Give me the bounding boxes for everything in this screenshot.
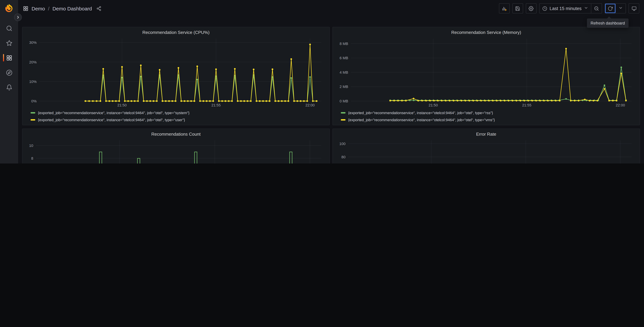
chevron-right-icon [16,16,20,19]
monitor-icon [632,6,636,11]
dashboard-grid: Recommendation Service (CPU%) 21:5021:55… [18,17,644,164]
star-icon [6,40,12,46]
panel-title[interactable]: Error Rate [336,131,636,138]
breadcrumb-separator: / [48,6,49,11]
refresh-tooltip: Refresh dashboard [587,18,628,28]
svg-text:6 MB: 6 MB [340,56,348,60]
clock-icon [542,6,547,11]
add-panel-button[interactable] [499,3,510,14]
bell-icon [6,84,12,90]
top-nav: Demo / Demo Dashboard [18,0,644,17]
svg-text:8: 8 [31,156,33,160]
breadcrumb: Demo / Demo Dashboard [23,6,102,11]
sidebar-expand-button[interactable] [14,14,22,21]
svg-text:2 MB: 2 MB [340,84,348,89]
dashboard-settings-button[interactable] [526,3,536,14]
grafana-app: Demo / Demo Dashboard [0,0,644,164]
svg-text:10: 10 [29,144,33,148]
zoom-out-icon [594,6,599,11]
svg-text:0%: 0% [31,99,36,103]
svg-text:22:00: 22:00 [306,103,314,107]
time-range-label: Last 15 minutes [550,6,582,11]
chevron-down-icon [584,5,588,12]
legend-item[interactable]: {exported_job="recommendationservice", i… [30,117,326,122]
grafana-logo-icon[interactable] [4,3,14,14]
svg-text:22:00: 22:00 [616,103,625,107]
panel-error-rate: Error Rate 21:5021:5522:00020406080100 {… [332,128,640,164]
sidebar-item-alerting[interactable] [0,80,18,95]
legend-swatch [30,112,35,113]
timeseries-chart[interactable]: 21:5021:5522:000%10%20%30% [26,36,326,108]
svg-text:4 MB: 4 MB [340,70,348,74]
legend-label: {exported_job="recommendationservice", i… [348,118,495,122]
legend-item[interactable]: {exported_job="recommendationservice", i… [341,110,636,115]
refresh-icon [608,6,613,11]
toolbar: Last 15 minutes [499,3,639,14]
sidebar-item-explore[interactable] [0,65,18,80]
save-dashboard-button[interactable] [512,3,523,14]
search-icon [6,25,12,32]
legend: {exported_job="recommendationservice", i… [26,108,326,123]
sidebar-item-dashboards[interactable] [0,50,18,65]
legend-label: {exported_job="recommendationservice", i… [38,110,190,115]
legend-swatch [341,112,346,113]
sidebar-item-favorites[interactable] [0,36,18,50]
dashboards-grid-icon [6,54,12,61]
sidebar-item-search[interactable] [0,21,18,36]
chevron-down-icon [618,5,623,12]
legend-swatch [30,119,35,120]
main-area: Demo / Demo Dashboard [18,0,644,164]
svg-text:10%: 10% [29,80,36,84]
svg-text:21:55: 21:55 [211,103,220,107]
breadcrumb-dashboard[interactable]: Demo Dashboard [52,6,92,11]
legend-item[interactable]: {exported_job="recommendationservice", i… [341,117,636,122]
legend-label: {exported_job="recommendationservice", i… [38,118,185,122]
share-icon[interactable] [96,6,102,11]
panel-title[interactable]: Recommendation Service (CPU%) [26,29,326,36]
svg-text:8 MB: 8 MB [340,42,348,46]
legend-swatch [341,119,346,120]
svg-text:21:50: 21:50 [117,103,126,107]
svg-text:20%: 20% [29,60,36,64]
svg-text:100: 100 [339,142,346,146]
panel-recommendations-count: Recommendations Count 21:5021:5522:00024… [22,128,330,164]
panel-title[interactable]: Recommendations Count [26,131,326,138]
refresh-button[interactable] [605,4,616,13]
gear-icon [528,6,534,11]
svg-text:21:55: 21:55 [522,103,531,107]
panel-recommendation-service-cpu: Recommendation Service (CPU%) 21:5021:55… [22,27,330,125]
sidebar [0,0,18,164]
breadcrumb-folder[interactable]: Demo [32,6,45,11]
legend-item[interactable]: {exported_job="recommendationservice", i… [30,110,326,115]
svg-text:80: 80 [342,155,346,159]
legend: {exported_job="recommendationservice", i… [336,108,636,123]
add-panel-icon [502,6,507,11]
legend-label: {exported_job="recommendationservice", i… [348,110,493,115]
zoom-out-button[interactable] [591,4,602,13]
kiosk-mode-button[interactable] [628,3,639,14]
svg-text:21:50: 21:50 [428,103,438,107]
save-icon [515,6,520,11]
apps-grid-icon [23,6,28,11]
svg-text:30%: 30% [29,40,36,45]
timeseries-chart[interactable]: 21:5021:5522:000 MB2 MB4 MB6 MB8 MB [336,36,636,108]
panel-title[interactable]: Recommendation Service (Memory) [336,29,636,36]
compass-icon [6,69,12,76]
refresh-picker [605,3,626,14]
svg-text:0 MB: 0 MB [340,99,348,103]
timeseries-chart[interactable]: 21:5021:5522:000246810 [26,138,326,164]
timeseries-chart[interactable]: 21:5021:5522:00020406080100 [336,138,636,164]
time-picker: Last 15 minutes [539,3,602,14]
time-range-button[interactable]: Last 15 minutes [540,4,591,13]
panel-recommendation-service-memory: Recommendation Service (Memory) 21:5021:… [332,27,640,125]
refresh-interval-button[interactable] [616,4,626,13]
